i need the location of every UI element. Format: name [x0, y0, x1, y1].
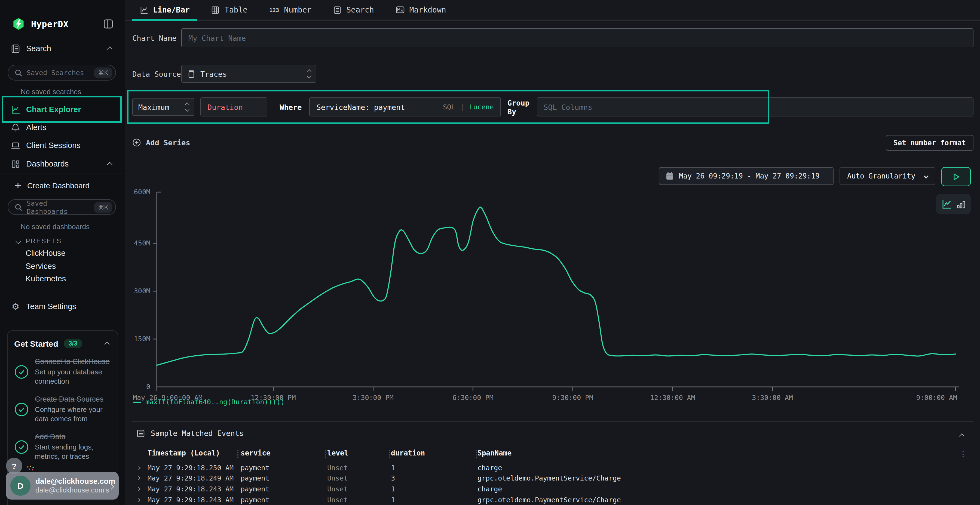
checklist-subtitle: Start sending logs, metrics, or traces: [35, 443, 111, 461]
tab-label: Number: [284, 5, 312, 14]
data-source-select[interactable]: Traces: [181, 65, 316, 83]
chart-legend[interactable]: maxIf(toFloat640..ng(Duration))))): [134, 398, 285, 406]
cell-level: Unset: [325, 464, 389, 472]
saved-searches-input[interactable]: Saved Searches ⌘K: [8, 65, 116, 81]
chevron-up-icon[interactable]: [108, 43, 111, 53]
dashboards-grid-icon: [11, 159, 20, 168]
chevron-down-icon: [924, 174, 929, 178]
journal-icon: [11, 44, 20, 53]
run-query-button[interactable]: [941, 167, 971, 186]
checklist-title: Connect to ClickHouse: [35, 357, 111, 367]
markdown-icon: [396, 6, 404, 14]
table-row[interactable]: May 27 9:29:18.243 AM payment Unset 1 ch…: [132, 483, 974, 494]
col-duration[interactable]: duration: [389, 449, 476, 457]
events-rows: May 27 9:29:18.250 AM payment Unset 1 ch…: [132, 462, 974, 505]
field-input[interactable]: Duration: [200, 98, 267, 117]
date-range-input[interactable]: May 26 09:29:19 - May 27 09:29:19: [659, 167, 834, 185]
saved-dashboards-input[interactable]: Saved Dashboards ⌘K: [8, 199, 116, 215]
saved-searches-placeholder: Saved Searches: [27, 68, 90, 77]
check-circle-icon: [14, 440, 29, 454]
group-by-input[interactable]: [536, 98, 974, 117]
svg-text:9:30:00 PM: 9:30:00 PM: [552, 394, 593, 402]
table-row[interactable]: May 27 9:29:18.249 AM payment Unset 3 gr…: [132, 473, 974, 483]
presets-header[interactable]: PRESETS: [0, 236, 125, 246]
table-row[interactable]: May 27 9:29:18.243 AM payment Unset 1 gr…: [132, 494, 974, 505]
sidebar-item-team-settings[interactable]: ⚙ Team Settings: [0, 299, 125, 313]
lucene-toggle[interactable]: Lucene: [469, 103, 493, 111]
legend-line-swatch: [134, 402, 141, 403]
chevron-up-icon[interactable]: [960, 431, 964, 440]
expand-row-icon[interactable]: [132, 488, 148, 490]
cell-duration: 1: [389, 495, 476, 503]
bell-icon: [11, 123, 20, 132]
set-number-format-button[interactable]: Set number format: [886, 135, 974, 151]
no-saved-searches-text: No saved searches: [0, 87, 125, 96]
get-started-title: Get Started: [14, 339, 58, 348]
checklist-item-add-data[interactable]: Add Data Start sending logs, metrics, or…: [14, 433, 111, 461]
tab-table[interactable]: Table: [204, 0, 255, 20]
aggregation-select[interactable]: Maximum: [132, 98, 194, 116]
main-panel: Line/Bar Table 123 Number Search: [125, 0, 980, 505]
where-label: Where: [280, 103, 302, 111]
sidebar-item-alerts[interactable]: Alerts: [0, 120, 125, 134]
cell-spanname: grpc.oteldemo.PaymentService/Charge: [476, 495, 974, 503]
chart-controls: May 26 09:29:19 - May 27 09:29:19 Auto G…: [659, 167, 971, 186]
toggle-divider: |: [460, 103, 464, 111]
create-dashboard-button[interactable]: Create Dashboard: [0, 179, 125, 192]
cell-timestamp: May 27 9:29:18.243 AM: [148, 485, 237, 493]
granularity-value: Auto Granularity: [847, 172, 915, 180]
granularity-select[interactable]: Auto Granularity: [840, 167, 935, 185]
chevron-up-icon[interactable]: [108, 159, 111, 169]
where-input[interactable]: ServiceName: payment SQL | Lucene: [310, 98, 501, 117]
chart-name-input[interactable]: [181, 29, 974, 48]
tab-markdown[interactable]: Markdown: [388, 0, 454, 20]
time-series-chart[interactable]: 0150M300M450M600MMay 26 9:00:00 AM12:30:…: [132, 167, 974, 418]
checklist-item-connect[interactable]: Connect to ClickHouse Set up your databa…: [14, 357, 111, 386]
tab-number[interactable]: 123 Number: [262, 0, 319, 20]
sidebar-item-dashboards[interactable]: Dashboards: [0, 157, 125, 171]
preset-item-services[interactable]: Services: [0, 262, 125, 270]
cell-level: Unset: [325, 495, 389, 503]
svg-text:9:00:00 AM: 9:00:00 AM: [916, 394, 957, 402]
user-account-chip[interactable]: D dale@clickhouse.com dale@clickhouse.co…: [6, 472, 119, 500]
table-icon: [212, 6, 220, 14]
series-row: Maximum Duration Where ServiceName: paym…: [132, 98, 974, 117]
table-row[interactable]: May 27 9:29:18.250 AM payment Unset 1 ch…: [132, 462, 974, 473]
col-level[interactable]: level: [325, 449, 389, 457]
cell-timestamp: May 27 9:29:18.243 AM: [148, 495, 237, 503]
expand-row-icon[interactable]: [132, 466, 148, 469]
events-header[interactable]: Sample Matched Events: [132, 427, 974, 440]
chevron-up-icon[interactable]: [105, 338, 109, 348]
collapse-sidebar-icon[interactable]: [103, 19, 113, 29]
help-button[interactable]: ?: [6, 458, 22, 474]
tab-line-bar[interactable]: Line/Bar: [132, 0, 197, 20]
database-icon: [187, 69, 196, 79]
preset-item-clickhouse[interactable]: ClickHouse: [0, 249, 125, 257]
chart-explorer-content: Chart Name Data Source Traces Maximum: [125, 21, 980, 505]
aggregation-value: Maximum: [138, 103, 169, 111]
tab-search[interactable]: Search: [326, 0, 381, 20]
svg-text:450M: 450M: [134, 240, 150, 247]
get-started-header[interactable]: Get Started 3/3: [14, 338, 111, 348]
shortcut-badge: ⌘K: [94, 67, 112, 78]
user-email: dale@clickhouse.com: [35, 477, 105, 486]
line-chart-toggle-icon[interactable]: [941, 199, 952, 210]
sidebar-section-search[interactable]: Search: [0, 41, 125, 56]
expand-row-icon[interactable]: [132, 498, 148, 501]
add-series-button[interactable]: Add Series: [132, 138, 190, 147]
col-timestamp[interactable]: Timestamp (Local): [148, 449, 237, 457]
cell-spanname: charge: [476, 464, 974, 472]
search-icon: [15, 68, 22, 77]
app-window: HyperDX Search Saved Searches ⌘K No save…: [0, 0, 980, 505]
sidebar-item-client-sessions[interactable]: Client Sessions: [0, 138, 125, 152]
col-spanname[interactable]: SpanName: [476, 449, 974, 457]
expand-row-icon[interactable]: [132, 477, 148, 480]
user-team: dale@clickhouse.com's: [35, 486, 105, 495]
bar-chart-toggle-icon[interactable]: [956, 200, 966, 209]
col-service[interactable]: service: [237, 449, 325, 457]
number-123-icon: 123: [269, 7, 279, 13]
sql-toggle[interactable]: SQL: [443, 103, 455, 111]
checklist-item-data-sources[interactable]: Create Data Sources Configure where your…: [14, 395, 111, 423]
preset-item-kubernetes[interactable]: Kubernetes: [0, 274, 125, 283]
sidebar-item-chart-explorer[interactable]: Chart Explorer: [0, 102, 125, 116]
